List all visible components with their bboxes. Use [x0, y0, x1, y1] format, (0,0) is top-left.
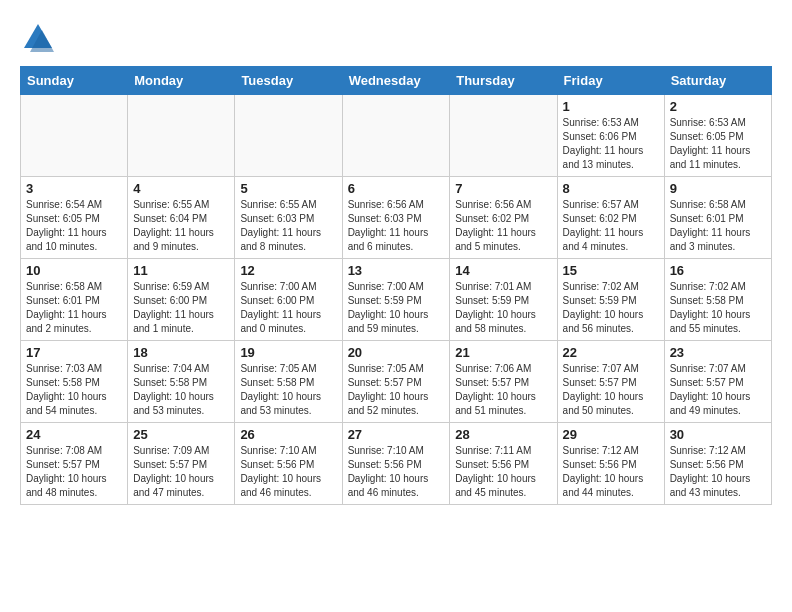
- calendar-cell: 29Sunrise: 7:12 AM Sunset: 5:56 PM Dayli…: [557, 423, 664, 505]
- day-number: 23: [670, 345, 766, 360]
- calendar-table: SundayMondayTuesdayWednesdayThursdayFrid…: [20, 66, 772, 505]
- logo-icon: [20, 20, 56, 56]
- day-info: Sunrise: 6:57 AM Sunset: 6:02 PM Dayligh…: [563, 198, 659, 254]
- weekday-header: Thursday: [450, 67, 557, 95]
- calendar-cell: 26Sunrise: 7:10 AM Sunset: 5:56 PM Dayli…: [235, 423, 342, 505]
- day-info: Sunrise: 7:07 AM Sunset: 5:57 PM Dayligh…: [670, 362, 766, 418]
- day-number: 12: [240, 263, 336, 278]
- day-number: 13: [348, 263, 445, 278]
- calendar-cell: [235, 95, 342, 177]
- weekday-header: Saturday: [664, 67, 771, 95]
- day-number: 16: [670, 263, 766, 278]
- day-number: 19: [240, 345, 336, 360]
- day-number: 3: [26, 181, 122, 196]
- day-info: Sunrise: 7:02 AM Sunset: 5:58 PM Dayligh…: [670, 280, 766, 336]
- day-number: 26: [240, 427, 336, 442]
- calendar-week-row: 3Sunrise: 6:54 AM Sunset: 6:05 PM Daylig…: [21, 177, 772, 259]
- day-number: 30: [670, 427, 766, 442]
- day-info: Sunrise: 6:53 AM Sunset: 6:06 PM Dayligh…: [563, 116, 659, 172]
- header: [20, 20, 772, 56]
- day-number: 20: [348, 345, 445, 360]
- day-info: Sunrise: 7:05 AM Sunset: 5:57 PM Dayligh…: [348, 362, 445, 418]
- calendar-cell: 11Sunrise: 6:59 AM Sunset: 6:00 PM Dayli…: [128, 259, 235, 341]
- day-info: Sunrise: 7:04 AM Sunset: 5:58 PM Dayligh…: [133, 362, 229, 418]
- day-info: Sunrise: 7:02 AM Sunset: 5:59 PM Dayligh…: [563, 280, 659, 336]
- calendar-week-row: 1Sunrise: 6:53 AM Sunset: 6:06 PM Daylig…: [21, 95, 772, 177]
- day-number: 21: [455, 345, 551, 360]
- day-info: Sunrise: 7:07 AM Sunset: 5:57 PM Dayligh…: [563, 362, 659, 418]
- calendar-cell: 27Sunrise: 7:10 AM Sunset: 5:56 PM Dayli…: [342, 423, 450, 505]
- day-number: 7: [455, 181, 551, 196]
- day-info: Sunrise: 7:05 AM Sunset: 5:58 PM Dayligh…: [240, 362, 336, 418]
- day-number: 11: [133, 263, 229, 278]
- calendar-cell: 19Sunrise: 7:05 AM Sunset: 5:58 PM Dayli…: [235, 341, 342, 423]
- calendar-cell: 10Sunrise: 6:58 AM Sunset: 6:01 PM Dayli…: [21, 259, 128, 341]
- day-number: 10: [26, 263, 122, 278]
- day-info: Sunrise: 7:11 AM Sunset: 5:56 PM Dayligh…: [455, 444, 551, 500]
- day-number: 1: [563, 99, 659, 114]
- day-number: 24: [26, 427, 122, 442]
- day-info: Sunrise: 7:10 AM Sunset: 5:56 PM Dayligh…: [240, 444, 336, 500]
- day-info: Sunrise: 6:59 AM Sunset: 6:00 PM Dayligh…: [133, 280, 229, 336]
- calendar-cell: [21, 95, 128, 177]
- day-number: 18: [133, 345, 229, 360]
- calendar-cell: 13Sunrise: 7:00 AM Sunset: 5:59 PM Dayli…: [342, 259, 450, 341]
- weekday-header: Monday: [128, 67, 235, 95]
- calendar-week-row: 10Sunrise: 6:58 AM Sunset: 6:01 PM Dayli…: [21, 259, 772, 341]
- calendar-cell: 20Sunrise: 7:05 AM Sunset: 5:57 PM Dayli…: [342, 341, 450, 423]
- calendar-cell: 12Sunrise: 7:00 AM Sunset: 6:00 PM Dayli…: [235, 259, 342, 341]
- calendar-cell: 23Sunrise: 7:07 AM Sunset: 5:57 PM Dayli…: [664, 341, 771, 423]
- calendar-cell: 8Sunrise: 6:57 AM Sunset: 6:02 PM Daylig…: [557, 177, 664, 259]
- day-info: Sunrise: 6:58 AM Sunset: 6:01 PM Dayligh…: [26, 280, 122, 336]
- day-number: 4: [133, 181, 229, 196]
- day-number: 22: [563, 345, 659, 360]
- day-number: 25: [133, 427, 229, 442]
- calendar-cell: 25Sunrise: 7:09 AM Sunset: 5:57 PM Dayli…: [128, 423, 235, 505]
- weekday-header: Wednesday: [342, 67, 450, 95]
- day-info: Sunrise: 7:01 AM Sunset: 5:59 PM Dayligh…: [455, 280, 551, 336]
- day-number: 28: [455, 427, 551, 442]
- day-info: Sunrise: 7:00 AM Sunset: 5:59 PM Dayligh…: [348, 280, 445, 336]
- calendar-cell: 3Sunrise: 6:54 AM Sunset: 6:05 PM Daylig…: [21, 177, 128, 259]
- day-info: Sunrise: 6:55 AM Sunset: 6:03 PM Dayligh…: [240, 198, 336, 254]
- calendar-cell: [128, 95, 235, 177]
- day-number: 27: [348, 427, 445, 442]
- day-number: 5: [240, 181, 336, 196]
- weekday-header: Sunday: [21, 67, 128, 95]
- day-info: Sunrise: 7:09 AM Sunset: 5:57 PM Dayligh…: [133, 444, 229, 500]
- day-number: 8: [563, 181, 659, 196]
- calendar-cell: 9Sunrise: 6:58 AM Sunset: 6:01 PM Daylig…: [664, 177, 771, 259]
- calendar-cell: 2Sunrise: 6:53 AM Sunset: 6:05 PM Daylig…: [664, 95, 771, 177]
- day-number: 29: [563, 427, 659, 442]
- day-info: Sunrise: 6:58 AM Sunset: 6:01 PM Dayligh…: [670, 198, 766, 254]
- calendar-week-row: 24Sunrise: 7:08 AM Sunset: 5:57 PM Dayli…: [21, 423, 772, 505]
- calendar-cell: [450, 95, 557, 177]
- day-number: 14: [455, 263, 551, 278]
- calendar-cell: 7Sunrise: 6:56 AM Sunset: 6:02 PM Daylig…: [450, 177, 557, 259]
- day-info: Sunrise: 7:10 AM Sunset: 5:56 PM Dayligh…: [348, 444, 445, 500]
- calendar-cell: 14Sunrise: 7:01 AM Sunset: 5:59 PM Dayli…: [450, 259, 557, 341]
- calendar-cell: 1Sunrise: 6:53 AM Sunset: 6:06 PM Daylig…: [557, 95, 664, 177]
- calendar-week-row: 17Sunrise: 7:03 AM Sunset: 5:58 PM Dayli…: [21, 341, 772, 423]
- calendar-header-row: SundayMondayTuesdayWednesdayThursdayFrid…: [21, 67, 772, 95]
- day-number: 6: [348, 181, 445, 196]
- day-number: 9: [670, 181, 766, 196]
- calendar-cell: 30Sunrise: 7:12 AM Sunset: 5:56 PM Dayli…: [664, 423, 771, 505]
- day-info: Sunrise: 7:08 AM Sunset: 5:57 PM Dayligh…: [26, 444, 122, 500]
- calendar-cell: [342, 95, 450, 177]
- day-info: Sunrise: 7:06 AM Sunset: 5:57 PM Dayligh…: [455, 362, 551, 418]
- day-info: Sunrise: 6:56 AM Sunset: 6:03 PM Dayligh…: [348, 198, 445, 254]
- day-info: Sunrise: 6:53 AM Sunset: 6:05 PM Dayligh…: [670, 116, 766, 172]
- logo: [20, 20, 60, 56]
- calendar-cell: 15Sunrise: 7:02 AM Sunset: 5:59 PM Dayli…: [557, 259, 664, 341]
- calendar-cell: 22Sunrise: 7:07 AM Sunset: 5:57 PM Dayli…: [557, 341, 664, 423]
- calendar-cell: 18Sunrise: 7:04 AM Sunset: 5:58 PM Dayli…: [128, 341, 235, 423]
- calendar-cell: 4Sunrise: 6:55 AM Sunset: 6:04 PM Daylig…: [128, 177, 235, 259]
- weekday-header: Friday: [557, 67, 664, 95]
- day-info: Sunrise: 6:54 AM Sunset: 6:05 PM Dayligh…: [26, 198, 122, 254]
- day-number: 2: [670, 99, 766, 114]
- day-info: Sunrise: 7:12 AM Sunset: 5:56 PM Dayligh…: [670, 444, 766, 500]
- calendar-cell: 16Sunrise: 7:02 AM Sunset: 5:58 PM Dayli…: [664, 259, 771, 341]
- day-info: Sunrise: 7:00 AM Sunset: 6:00 PM Dayligh…: [240, 280, 336, 336]
- day-number: 15: [563, 263, 659, 278]
